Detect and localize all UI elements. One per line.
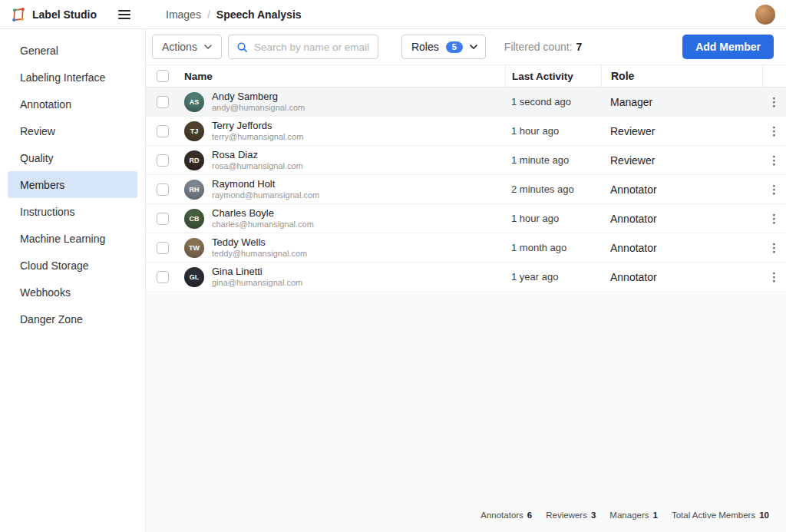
row-checkbox[interactable] bbox=[157, 242, 169, 254]
row-checkbox[interactable] bbox=[157, 213, 169, 225]
search-box[interactable] bbox=[228, 35, 378, 59]
kebab-menu-icon[interactable]: ⋮ bbox=[764, 269, 784, 286]
search-input[interactable] bbox=[254, 41, 370, 53]
breadcrumb: Images / Speech Analysis bbox=[166, 8, 302, 21]
column-header-name[interactable]: Name bbox=[180, 65, 505, 87]
row-checkbox[interactable] bbox=[157, 271, 169, 283]
roles-count-badge: 5 bbox=[446, 41, 463, 53]
sidebar-item[interactable]: Review bbox=[0, 117, 145, 144]
kebab-menu-icon[interactable]: ⋮ bbox=[764, 240, 784, 256]
row-checkbox[interactable] bbox=[157, 154, 169, 167]
member-name: Teddy Wells bbox=[212, 236, 307, 249]
sidebar-item[interactable]: Cloud Storage bbox=[0, 252, 145, 279]
members-table-body: AS Andy Samberg andy@humansignal.com 1 s… bbox=[146, 88, 786, 292]
member-role: Annotator bbox=[601, 263, 762, 291]
table-row[interactable]: GL Gina Linetti gina@humansignal.com 1 y… bbox=[146, 263, 786, 292]
select-all-checkbox[interactable] bbox=[157, 70, 169, 82]
member-name: Rosa Diaz bbox=[212, 149, 303, 161]
stat-label: Total Active Members bbox=[672, 511, 755, 520]
member-avatar: RD bbox=[184, 150, 204, 170]
sidebar-item[interactable]: Members bbox=[8, 171, 137, 198]
top-bar: Label Studio Images / Speech Analysis bbox=[0, 0, 786, 29]
row-checkbox[interactable] bbox=[157, 96, 169, 108]
member-avatar: TJ bbox=[184, 121, 204, 141]
breadcrumb-separator: / bbox=[207, 8, 210, 21]
main-content: Actions Roles 5 Filtered count: bbox=[146, 29, 786, 532]
member-email: charles@humansignal.com bbox=[212, 220, 314, 230]
sidebar-item[interactable]: Labeling Interface bbox=[0, 64, 145, 91]
kebab-menu-icon[interactable]: ⋮ bbox=[764, 210, 784, 227]
table-row[interactable]: TJ Terry Jeffords terry@humansignal.com … bbox=[146, 117, 786, 146]
sidebar-item-label: Annotation bbox=[20, 98, 71, 111]
member-name: Gina Linetti bbox=[212, 266, 302, 278]
toolbar: Actions Roles 5 Filtered count: bbox=[146, 29, 786, 64]
table-row[interactable]: TW Teddy Wells teddy@humansignal.com 1 m… bbox=[146, 233, 786, 263]
member-last-activity: 1 month ago bbox=[505, 233, 601, 262]
table-row[interactable]: RD Rosa Diaz rosa@humansignal.com 1 minu… bbox=[146, 146, 786, 175]
table-row[interactable]: CB Charles Boyle charles@humansignal.com… bbox=[146, 204, 786, 233]
member-role: Annotator bbox=[601, 233, 762, 262]
member-last-activity: 1 hour ago bbox=[505, 117, 601, 145]
column-header-actions bbox=[762, 65, 786, 87]
stat-label: Annotators bbox=[481, 511, 523, 520]
add-member-button[interactable]: Add Member bbox=[682, 35, 774, 59]
kebab-menu-icon[interactable]: ⋮ bbox=[764, 181, 784, 198]
sidebar-item-label: Labeling Interface bbox=[20, 71, 105, 84]
stat-label: Reviewers bbox=[546, 511, 587, 520]
column-header-role[interactable]: Role bbox=[601, 65, 762, 87]
sidebar-item-label: Members bbox=[20, 179, 64, 191]
row-checkbox[interactable] bbox=[157, 183, 169, 196]
sidebar-item[interactable]: Danger Zone bbox=[0, 306, 145, 332]
member-email: teddy@humansignal.com bbox=[212, 249, 307, 259]
member-email: gina@humansignal.com bbox=[212, 278, 302, 289]
member-name: Andy Samberg bbox=[212, 91, 305, 103]
sidebar-item[interactable]: Quality bbox=[0, 144, 145, 171]
actions-dropdown[interactable]: Actions bbox=[152, 35, 222, 59]
sidebar-item-label: Danger Zone bbox=[20, 313, 83, 325]
member-email: terry@humansignal.com bbox=[212, 132, 303, 143]
column-header-last-activity[interactable]: Last Activity bbox=[505, 65, 601, 87]
sidebar-item[interactable]: Machine Learning bbox=[0, 225, 145, 252]
stat-item: Reviewers 3 bbox=[546, 511, 596, 520]
member-last-activity: 1 year ago bbox=[505, 263, 601, 291]
filtered-count-value: 7 bbox=[576, 41, 583, 53]
member-role: Annotator bbox=[601, 204, 762, 233]
member-identity: Charles Boyle charles@humansignal.com bbox=[212, 207, 314, 230]
kebab-menu-icon[interactable]: ⋮ bbox=[764, 94, 784, 111]
table-row[interactable]: AS Andy Samberg andy@humansignal.com 1 s… bbox=[146, 88, 786, 117]
member-identity: Andy Samberg andy@humansignal.com bbox=[212, 91, 305, 114]
hamburger-menu-icon[interactable] bbox=[118, 10, 130, 19]
member-email: rosa@humansignal.com bbox=[212, 161, 303, 172]
sidebar-item[interactable]: General bbox=[0, 37, 145, 64]
member-last-activity: 1 hour ago bbox=[505, 204, 601, 233]
member-role: Manager bbox=[601, 88, 762, 116]
member-role: Annotator bbox=[601, 175, 762, 203]
kebab-menu-icon[interactable]: ⋮ bbox=[764, 123, 784, 140]
member-name: Charles Boyle bbox=[212, 207, 314, 220]
app-brand-left: Label Studio bbox=[11, 7, 97, 22]
sidebar-item-label: Review bbox=[20, 125, 55, 137]
sidebar-item-label: Cloud Storage bbox=[20, 259, 89, 272]
breadcrumb-current[interactable]: Speech Analysis bbox=[216, 8, 302, 21]
member-identity: Raymond Holt raymond@humansignal.com bbox=[212, 178, 319, 201]
member-email: raymond@humansignal.com bbox=[212, 190, 319, 201]
chevron-down-icon bbox=[470, 45, 477, 49]
roles-filter-dropdown[interactable]: Roles 5 bbox=[401, 35, 486, 59]
filtered-count: Filtered count: 7 bbox=[504, 41, 583, 53]
sidebar-item[interactable]: Annotation bbox=[0, 91, 145, 117]
member-avatar: AS bbox=[184, 92, 204, 112]
sidebar-item[interactable]: Webhooks bbox=[0, 279, 145, 306]
row-checkbox[interactable] bbox=[157, 125, 169, 137]
stat-label: Managers bbox=[609, 511, 649, 520]
table-row[interactable]: RH Raymond Holt raymond@humansignal.com … bbox=[146, 175, 786, 204]
user-avatar[interactable] bbox=[755, 5, 775, 25]
sidebar-item[interactable]: Instructions bbox=[0, 198, 145, 225]
stat-value: 3 bbox=[591, 511, 596, 520]
kebab-menu-icon[interactable]: ⋮ bbox=[764, 152, 784, 169]
label-studio-logo-icon bbox=[11, 7, 26, 22]
app-title: Label Studio bbox=[32, 8, 97, 21]
table-header: Name Last Activity Role bbox=[146, 64, 786, 88]
app-brand: Label Studio bbox=[0, 7, 146, 22]
breadcrumb-parent[interactable]: Images bbox=[166, 8, 201, 21]
member-last-activity: 1 minute ago bbox=[505, 146, 601, 174]
